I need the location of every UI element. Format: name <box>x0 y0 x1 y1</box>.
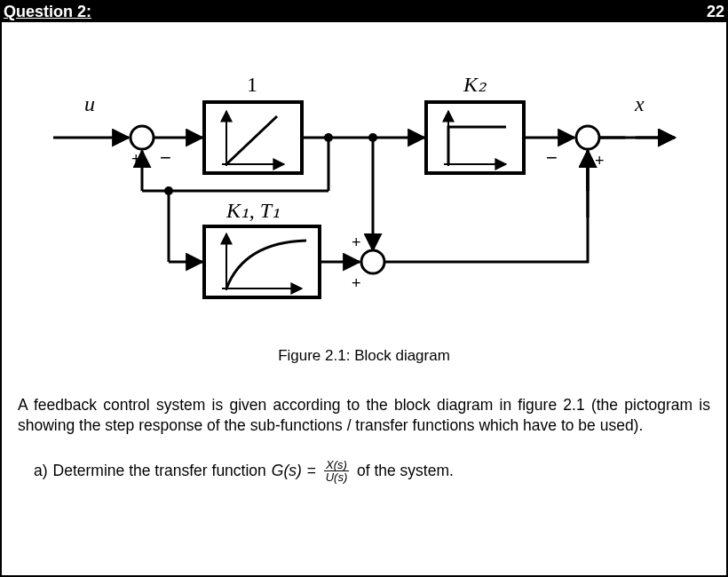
summer-1 <box>131 126 154 149</box>
tf-num: X(s) <box>324 459 349 472</box>
output-label: x <box>634 92 645 115</box>
sum3-minus: − <box>546 146 558 169</box>
question-points: 22 <box>707 3 724 21</box>
page: Question 2: 22 u + − 1 <box>0 0 728 577</box>
block-gain <box>426 102 524 173</box>
svg-point-14 <box>324 133 333 142</box>
problem-statement: A feedback control system is given accor… <box>2 395 726 436</box>
summer-3 <box>576 126 599 149</box>
sum2-bot: + <box>352 274 361 292</box>
sum1-plus: + <box>131 150 141 168</box>
block2-label: K₂ <box>463 73 487 96</box>
block-diagram: u + − 1 K₂ <box>2 40 726 342</box>
sum1-minus: − <box>160 146 171 169</box>
question-header: Question 2: 22 <box>2 2 726 22</box>
block-pt1 <box>204 226 320 297</box>
part-a: a) Determine the transfer function G(s) … <box>2 459 726 484</box>
block3-label: K₁, T₁ <box>226 199 281 222</box>
equals: = <box>307 462 316 480</box>
part-letter: a) <box>34 462 48 480</box>
tf-symbol: G(s) <box>272 462 302 480</box>
part-a-lead: Determine the transfer function <box>53 462 266 480</box>
figure-caption: Figure 2.1: Block diagram <box>2 347 726 365</box>
summer-2 <box>361 250 384 273</box>
question-title: Question 2: <box>4 3 91 21</box>
part-a-tail: of the system. <box>357 462 454 480</box>
tf-den: U(s) <box>326 471 348 484</box>
tf-fraction: X(s) U(s) <box>324 459 349 484</box>
input-label: u <box>84 92 95 115</box>
sum2-top: + <box>352 233 361 251</box>
block1-label: 1 <box>247 73 257 96</box>
sum3-plus: + <box>595 152 605 170</box>
